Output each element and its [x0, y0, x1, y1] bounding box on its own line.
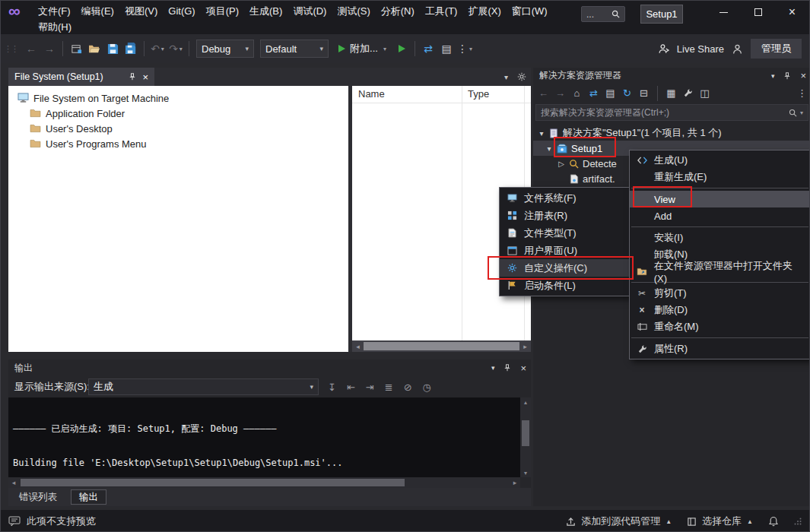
nav-back-button[interactable]: ← — [23, 39, 40, 59]
vertical-scrollbar[interactable]: ▴ ▾ — [520, 397, 531, 477]
close-tab-icon[interactable]: × — [142, 71, 148, 83]
panel-menu-dropdown-icon[interactable]: ▾ — [771, 72, 775, 80]
expander-icon[interactable]: ▾ — [545, 144, 553, 153]
menu-item-launch-conditions[interactable]: 启动条件(L) — [500, 277, 632, 294]
menu-item-open-folder-in-explorer[interactable]: 在文件资源管理器中打开文件夹(X) — [630, 263, 810, 280]
start-without-debugging-button[interactable] — [393, 39, 410, 59]
refresh-icon[interactable]: ↻ — [620, 86, 634, 101]
save-button[interactable] — [104, 39, 121, 59]
sync-documents-button[interactable]: ⇄ — [420, 39, 437, 59]
new-project-button[interactable] — [68, 39, 84, 59]
outdent-icon[interactable]: ⇤ — [347, 382, 355, 393]
scrollbar-thumb[interactable] — [364, 342, 519, 350]
select-repository-button[interactable]: 选择仓库 ▲ — [687, 515, 753, 528]
tree-item-target-machine[interactable]: File System on Target Machine — [8, 90, 348, 106]
tree-item-users-programs-menu[interactable]: User's Programs Menu — [8, 136, 348, 151]
menu-analyze[interactable]: 分析(N) — [376, 5, 420, 18]
solution-configuration-dropdown[interactable]: Debug▾ — [196, 40, 254, 58]
column-header-type[interactable]: Type — [468, 88, 489, 100]
open-file-button[interactable] — [86, 39, 103, 59]
quick-launch-search-box[interactable]: ... — [581, 6, 625, 22]
undo-button[interactable]: ↶▾ — [149, 39, 166, 59]
clear-output-icon[interactable]: ⊘ — [404, 382, 412, 393]
resize-grip[interactable] — [794, 518, 802, 525]
tree-row-solution[interactable]: ▾ 解决方案"Setup1"(1 个项目, 共 1 个) — [533, 125, 810, 141]
scroll-left-arrow[interactable]: ◂ — [8, 477, 19, 488]
pending-changes-filter-icon[interactable]: ▤ — [603, 86, 618, 101]
menu-window[interactable]: 窗口(W) — [507, 5, 553, 18]
nav-forward-icon[interactable]: → — [553, 86, 567, 101]
horizontal-scrollbar[interactable]: ◂ ▸ — [8, 477, 520, 488]
administrator-badge[interactable]: 管理员 — [751, 39, 802, 59]
menu-item-rename[interactable]: 重命名(M) — [630, 318, 810, 335]
horizontal-scrollbar[interactable]: ◂ ▸ — [352, 340, 531, 352]
tab-output[interactable]: 输出 — [71, 489, 106, 505]
undo-dropdown-icon[interactable]: ▾ — [161, 46, 164, 52]
live-share-label[interactable]: Live Share — [677, 43, 724, 55]
timestamp-icon[interactable]: ◷ — [423, 382, 431, 393]
tree-item-users-desktop[interactable]: User's Desktop — [8, 121, 348, 136]
menu-view[interactable]: 视图(V) — [119, 5, 163, 18]
scrollbar-thumb[interactable] — [522, 420, 529, 446]
pin-icon[interactable] — [129, 73, 136, 81]
pin-icon[interactable] — [503, 364, 511, 372]
menu-item-cut[interactable]: ✂ 剪切(T) — [630, 285, 810, 302]
expander-icon[interactable]: ▷ — [557, 160, 565, 168]
close-panel-icon[interactable]: × — [800, 70, 806, 81]
tab-list-dropdown-icon[interactable]: ▾ — [504, 73, 508, 81]
output-source-dropdown[interactable]: 生成 ▾ — [88, 378, 319, 395]
scrollbar-thumb[interactable] — [21, 479, 405, 486]
search-options-dropdown-icon[interactable]: ▾ — [800, 109, 803, 116]
document-tab-file-system[interactable]: File System (Setup1) × — [8, 68, 154, 86]
pin-icon[interactable] — [783, 72, 791, 80]
toolbar-grip[interactable]: ⋮⋮ — [4, 44, 17, 54]
menu-item-add[interactable]: Add — [630, 207, 810, 224]
menu-tools[interactable]: 工具(T) — [420, 5, 463, 18]
menu-item-custom-actions[interactable]: 自定义操作(C) — [500, 259, 632, 277]
menu-item-properties[interactable]: 属性(R) — [630, 340, 810, 357]
menu-file[interactable]: 文件(F) — [33, 5, 76, 18]
toolbar-overflow-button[interactable]: ⋮▾ — [456, 39, 473, 59]
scroll-right-arrow[interactable]: ▸ — [510, 477, 520, 488]
toolbar-overflow-icon[interactable]: ⋮ — [795, 86, 809, 101]
redo-dropdown-icon[interactable]: ▾ — [179, 46, 183, 52]
line-list-button[interactable]: ▤ — [438, 39, 455, 59]
jump-to-bottom-icon[interactable]: ↧ — [328, 382, 336, 393]
menu-item-rebuild[interactable]: 重新生成(E) — [630, 169, 810, 185]
indent-icon[interactable]: ⇥ — [366, 382, 374, 393]
menu-item-install[interactable]: 安装(I) — [630, 230, 810, 246]
tree-item-application-folder[interactable]: Application Folder — [8, 106, 348, 121]
scroll-right-arrow[interactable]: ▸ — [519, 340, 531, 352]
word-wrap-icon[interactable]: ≣ — [385, 382, 393, 393]
tab-error-list[interactable]: 错误列表 — [11, 489, 65, 505]
close-panel-icon[interactable]: × — [520, 363, 526, 374]
panel-menu-dropdown-icon[interactable]: ▾ — [491, 364, 495, 372]
home-icon[interactable]: ⌂ — [570, 86, 584, 101]
menu-item-registry[interactable]: 注册表(R) — [500, 207, 632, 224]
menu-item-file-system[interactable]: 文件系统(F) — [500, 189, 632, 207]
collapse-all-icon[interactable]: ⊟ — [637, 86, 651, 101]
menu-item-delete[interactable]: × 删除(D) — [630, 302, 810, 318]
menu-debug[interactable]: 调试(D) — [287, 5, 332, 18]
menu-item-build[interactable]: 生成(U) — [630, 152, 810, 169]
close-button[interactable]: × — [775, 1, 809, 24]
show-all-files-icon[interactable]: ▦ — [664, 86, 678, 101]
minimize-button[interactable] — [707, 1, 741, 24]
redo-button[interactable]: ↷▾ — [167, 39, 184, 59]
solution-platform-dropdown[interactable]: Default▾ — [260, 40, 329, 58]
scroll-down-arrow[interactable]: ▾ — [520, 468, 531, 477]
solution-explorer-search-box[interactable]: 搜索解决方案资源管理器(Ctrl+;) ▾ — [535, 104, 808, 121]
menu-build[interactable]: 生成(B) — [244, 5, 287, 18]
live-share-icon[interactable] — [658, 43, 669, 55]
menu-help[interactable]: 帮助(H) — [33, 21, 77, 34]
notifications-bell-icon[interactable] — [768, 516, 779, 527]
scroll-up-arrow[interactable]: ▴ — [520, 397, 531, 407]
preview-selected-items-icon[interactable]: ◫ — [697, 86, 712, 101]
nav-forward-button[interactable]: → — [41, 39, 58, 59]
menu-item-user-interface[interactable]: 用户界面(U) — [500, 242, 632, 259]
menu-project[interactable]: 项目(P) — [201, 5, 244, 18]
expander-icon[interactable]: ▾ — [538, 129, 545, 138]
save-all-button[interactable] — [122, 39, 139, 59]
nav-back-icon[interactable]: ← — [536, 86, 551, 101]
feedback-icon[interactable] — [732, 43, 743, 55]
